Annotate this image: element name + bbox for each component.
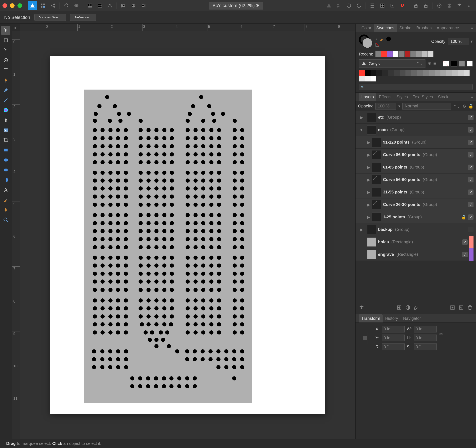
layer-row[interactable]: holes(Rectangle)✓ [356, 236, 476, 248]
shape-tool[interactable] [1, 175, 10, 184]
palette-swatch[interactable] [370, 76, 376, 82]
layer-visibility-checkbox[interactable]: ✓ [462, 239, 468, 245]
perspective-icon[interactable] [106, 1, 114, 10]
transparency-tool[interactable] [1, 116, 10, 125]
zoom-window-button[interactable] [17, 3, 22, 8]
layer-row[interactable]: ▶Curve 56-60 points(Group)✓ [356, 173, 476, 186]
ellipse-tool[interactable] [1, 155, 10, 165]
corner-tool[interactable] [1, 66, 10, 75]
layer-expand-icon[interactable]: ▶ [362, 152, 370, 157]
layers-stack-icon[interactable] [359, 305, 364, 311]
palette-swatch[interactable] [411, 70, 417, 76]
pan-tool[interactable] [1, 205, 10, 215]
link-wh-icon[interactable]: ⫘ [439, 331, 443, 336]
recent-swatch[interactable] [428, 51, 434, 57]
pencil-tool[interactable] [1, 86, 10, 95]
swatches-tab[interactable]: Swatches [374, 24, 397, 32]
ruler-unit-label[interactable]: in [12, 24, 20, 31]
snapping-magnet-icon[interactable] [398, 1, 407, 10]
canvas-viewport[interactable] [20, 31, 355, 439]
black-swatch[interactable] [451, 61, 457, 66]
s-field[interactable]: 0 ° [414, 343, 437, 350]
layer-row[interactable]: ▶Curve 86-90 points(Group)✓ [356, 149, 476, 161]
share-icon[interactable] [49, 1, 57, 10]
palette-swatch[interactable] [405, 70, 411, 76]
palette-swatch[interactable] [429, 70, 435, 76]
node-tool[interactable] [1, 46, 10, 55]
recent-swatch[interactable] [404, 51, 410, 57]
palette-swatch[interactable] [388, 70, 394, 76]
layer-visibility-checkbox[interactable]: ✓ [468, 140, 474, 145]
vertical-ruler[interactable]: 01234567891011 [12, 31, 20, 439]
layer-lock-icon[interactable]: 🔒 [468, 104, 474, 109]
palette-swatch[interactable] [359, 76, 365, 82]
layer-visibility-checkbox[interactable]: ✓ [462, 252, 468, 257]
rectangle-tool[interactable] [1, 145, 10, 155]
layer-expand-icon[interactable]: ▶ [362, 215, 370, 220]
align1-icon[interactable] [119, 1, 128, 10]
palette-swatch[interactable] [446, 70, 452, 76]
palette-swatch[interactable] [365, 76, 370, 82]
mask-icon[interactable] [397, 305, 402, 311]
brushes-tab[interactable]: Brushes [414, 24, 434, 32]
layer-expand-icon[interactable]: ▶ [362, 140, 370, 145]
layer-row[interactable]: ▶1-25 points(Group)🔒✓ [356, 211, 476, 223]
unlock-icon[interactable] [422, 1, 430, 10]
text-styles-tab[interactable]: Text Styles [410, 93, 436, 101]
brush-tool[interactable] [1, 96, 10, 105]
fill-stroke-well[interactable] [359, 34, 373, 48]
layer-visibility-checkbox[interactable]: ✓ [468, 177, 474, 183]
palette-swatch[interactable] [464, 70, 470, 76]
transform-tab[interactable]: Transform [359, 314, 383, 322]
stroke-tab[interactable]: Stroke [397, 24, 414, 32]
artboard[interactable] [50, 56, 325, 414]
align3-icon[interactable] [139, 1, 147, 10]
polygon-tool-icon[interactable] [62, 1, 71, 10]
layer-row[interactable]: ▶31-55 points(Group)✓ [356, 186, 476, 199]
recent-swatch[interactable] [381, 51, 387, 57]
recent-swatch[interactable] [399, 51, 404, 57]
palette-swatch[interactable] [440, 70, 446, 76]
close-window-button[interactable] [2, 3, 7, 8]
layer-expand-icon[interactable]: ▼ [357, 127, 366, 132]
layer-visibility-checkbox[interactable]: ✓ [468, 152, 474, 158]
layer-row[interactable]: ▼main(Group)✓ [356, 124, 476, 136]
layer-color-tag[interactable] [469, 236, 474, 248]
anchor-selector[interactable] [359, 332, 371, 344]
panel-menu-icon[interactable]: ≡ [469, 26, 476, 30]
palette-swatch[interactable] [452, 70, 458, 76]
effects-tab[interactable]: Effects [376, 93, 394, 101]
eyedropper-tool[interactable] [1, 195, 10, 205]
color-tab[interactable]: Color [359, 24, 374, 32]
layers-stack2-icon[interactable] [455, 1, 464, 10]
opacity-field[interactable]: 100 % [448, 38, 469, 45]
palette-swatch[interactable] [400, 70, 405, 76]
opacity-dropdown-icon[interactable]: ▾ [470, 39, 473, 44]
point-transform-tool[interactable] [1, 56, 10, 65]
layer-color-tag[interactable] [469, 248, 474, 261]
layer-visibility-checkbox[interactable]: ✓ [468, 127, 474, 133]
palette-swatch[interactable] [458, 70, 464, 76]
recent-swatch[interactable] [375, 51, 381, 57]
preferences-button[interactable]: Preferences... [70, 14, 96, 21]
recent-swatch[interactable] [422, 51, 428, 57]
align2-icon[interactable] [129, 1, 137, 10]
layers-stack-icon[interactable] [445, 1, 453, 10]
insert-target-icon[interactable] [435, 1, 443, 10]
r-field[interactable]: 0 ° [382, 343, 405, 350]
palette-swatch[interactable] [382, 70, 388, 76]
layer-row[interactable]: ▶Curve 26-30 points(Group)✓ [356, 199, 476, 211]
layer-visibility-checkbox[interactable]: ✓ [468, 115, 474, 120]
grid2-icon[interactable] [96, 1, 104, 10]
rotate-cw-icon[interactable] [355, 1, 363, 10]
layer-opacity-field[interactable]: 100 % [375, 103, 396, 110]
boolean-icon[interactable] [72, 1, 80, 10]
recent-swatch[interactable] [410, 51, 416, 57]
palette-swatch[interactable] [370, 70, 376, 76]
layer-lock-indicator[interactable]: 🔒 [461, 215, 466, 220]
palette-swatch[interactable] [359, 70, 365, 76]
w-field[interactable]: 0 in [414, 326, 437, 332]
current-color-swatch[interactable] [386, 37, 391, 41]
layer-visibility-checkbox[interactable]: ✓ [468, 202, 474, 207]
add-swatch-icon[interactable]: ⊞ [428, 61, 431, 66]
